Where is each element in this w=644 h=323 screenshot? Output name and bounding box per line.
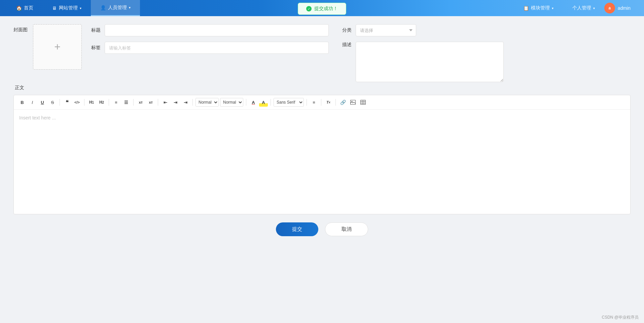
cover-upload[interactable]: + — [33, 24, 82, 70]
toolbar-separator-8 — [271, 99, 271, 106]
toolbar-separator-3 — [109, 99, 109, 106]
tag-input[interactable] — [105, 42, 329, 54]
category-row: 分类 请选择 — [342, 24, 631, 36]
top-form-row: 封面图 + 标题 标签 分类 请选择 — [13, 24, 631, 82]
quote-button[interactable]: ❝ — [63, 98, 71, 107]
cover-label: 封面图 — [13, 24, 28, 33]
chevron-down-icon-personal: ▾ — [593, 6, 595, 10]
tag-label: 标签 — [88, 45, 101, 51]
editor-body[interactable]: Insert text here ... — [14, 110, 630, 214]
category-desc-section: 分类 请选择 描述 — [342, 24, 631, 82]
desc-label: 描述 — [342, 42, 352, 48]
nav-staff[interactable]: 👤 人员管理 ▾ — [91, 0, 140, 16]
subscript-button[interactable]: x2 — [136, 98, 145, 107]
chevron-down-icon-staff: ▾ — [129, 6, 131, 9]
category-label: 分类 — [342, 27, 352, 33]
toolbar-separator-5 — [158, 99, 158, 106]
toast-message: 提交成功！ — [314, 6, 338, 12]
clear-format-button[interactable]: Tx — [324, 98, 333, 107]
toolbar-separator-9 — [307, 99, 307, 106]
toolbar-separator-4 — [133, 99, 134, 106]
footer: CSDN @毕业程序员 — [602, 315, 639, 320]
avatar: a — [604, 3, 615, 13]
svg-rect-2 — [361, 100, 366, 105]
check-icon: ✓ — [306, 6, 312, 11]
editor-wrapper: B I U S ❝ </> H1 H2 ≡ ☰ x2 x2 ⇤ ⇥ — [13, 95, 631, 214]
italic-button[interactable]: I — [28, 98, 37, 107]
align-left-button[interactable]: ⇤ — [161, 98, 170, 107]
chevron-down-icon: ▾ — [80, 6, 81, 10]
bottom-buttons: 提交 取消 — [13, 222, 631, 246]
editor-placeholder: Insert text here ... — [19, 115, 56, 120]
title-field-row: 标题 — [88, 24, 329, 36]
table-button[interactable] — [359, 98, 367, 107]
superscript-button[interactable]: x2 — [146, 98, 155, 107]
toolbar-separator-10 — [321, 99, 321, 106]
success-toast: ✓ 提交成功！ — [298, 3, 346, 15]
title-input[interactable] — [105, 24, 329, 36]
font-size-select[interactable]: Normal — [195, 98, 219, 107]
nav-personal-label: 个人管理 — [572, 5, 591, 11]
align-center-button[interactable]: ≡ — [310, 98, 318, 107]
font-family-select[interactable]: Sans Serif — [274, 98, 304, 107]
font-color-button[interactable]: A — [249, 98, 258, 107]
top-navigation: 🏠 首页 🖥 网站管理 ▾ 👤 人员管理 ▾ ✓ 提交成功！ 📋 模块管理 ▾ … — [0, 0, 644, 16]
tag-field-row: 标签 — [88, 42, 329, 54]
align-right-button[interactable]: ⇥ — [171, 98, 180, 107]
staff-icon: 👤 — [100, 5, 106, 10]
h2-button[interactable]: H2 — [97, 98, 106, 107]
plus-icon: + — [54, 41, 61, 53]
font-bg-button[interactable]: A — [259, 98, 268, 107]
chevron-down-icon-module: ▾ — [552, 6, 553, 10]
module-icon: 📋 — [523, 5, 529, 11]
home-icon: 🏠 — [16, 5, 22, 11]
ordered-list-button[interactable]: ≡ — [112, 98, 120, 107]
indent-button[interactable]: ⇥ — [181, 98, 190, 107]
footer-text: CSDN @毕业程序员 — [602, 315, 639, 320]
nav-home[interactable]: 🏠 首页 — [7, 0, 43, 16]
code-button[interactable]: </> — [73, 98, 81, 107]
unordered-list-button[interactable]: ☰ — [122, 98, 131, 107]
desc-field-row: 描述 — [342, 42, 631, 82]
editor-toolbar: B I U S ❝ </> H1 H2 ≡ ☰ x2 x2 ⇤ ⇥ — [14, 95, 630, 110]
toolbar-separator-1 — [60, 99, 60, 106]
cover-section: 封面图 + — [13, 24, 82, 70]
desc-textarea[interactable] — [356, 42, 504, 82]
nav-website-label: 网站管理 — [59, 5, 78, 11]
bold-button[interactable]: B — [18, 98, 27, 107]
website-icon: 🖥 — [52, 5, 57, 11]
nav-home-label: 首页 — [24, 5, 33, 11]
toolbar-separator-11 — [335, 99, 336, 106]
title-label: 标题 — [88, 27, 101, 33]
nav-staff-label: 人员管理 — [108, 5, 127, 11]
image-button[interactable] — [349, 98, 357, 107]
main-content: 封面图 + 标题 标签 分类 请选择 — [0, 16, 644, 254]
nav-website[interactable]: 🖥 网站管理 ▾ — [43, 0, 91, 16]
body-section: 正文 B I U S ❝ </> H1 H2 ≡ ☰ x2 x2 — [13, 85, 631, 214]
body-label: 正文 — [13, 85, 631, 91]
strikethrough-button[interactable]: S — [48, 98, 57, 107]
nav-personal[interactable]: 个人管理 ▾ — [563, 0, 604, 16]
nav-module[interactable]: 📋 模块管理 ▾ — [514, 0, 563, 16]
cancel-button[interactable]: 取消 — [325, 222, 368, 236]
h1-button[interactable]: H1 — [87, 98, 96, 107]
category-select[interactable]: 请选择 — [356, 24, 416, 36]
svg-point-1 — [352, 101, 353, 102]
link-button[interactable]: 🔗 — [338, 98, 347, 107]
nav-module-label: 模块管理 — [531, 5, 550, 11]
nav-admin[interactable]: a admin — [604, 3, 637, 13]
title-tag-section: 标题 标签 — [82, 24, 342, 54]
font-style-select[interactable]: Normal — [220, 98, 243, 107]
toolbar-separator-2 — [84, 99, 84, 106]
toolbar-separator-6 — [192, 99, 193, 106]
underline-button[interactable]: U — [38, 98, 47, 107]
admin-label: admin — [618, 5, 631, 11]
submit-button[interactable]: 提交 — [276, 222, 318, 236]
toolbar-separator-7 — [246, 99, 246, 106]
